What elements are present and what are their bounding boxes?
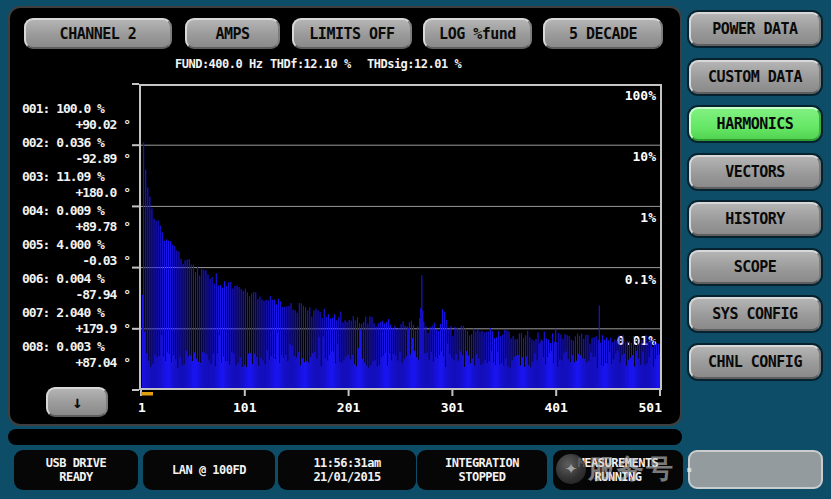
- y-axis-label: 100%: [625, 88, 656, 103]
- harmonic-bar: [142, 295, 143, 389]
- harmonic-bar: [273, 358, 274, 389]
- harmonic-bar: [144, 332, 145, 389]
- sidebar-item-scope[interactable]: SCOPE: [689, 250, 821, 284]
- harmonic-bar: [328, 314, 329, 389]
- harmonic-bar: [591, 338, 592, 389]
- harmonic-bar: [201, 269, 202, 389]
- harmonic-bar: [282, 307, 283, 389]
- harmonic-bar: [495, 365, 496, 389]
- harmonic-bar: [356, 366, 357, 389]
- harmonic-bar: [321, 366, 322, 389]
- sidebar-item-custom-data[interactable]: CUSTOM DATA: [689, 60, 821, 94]
- harmonic-bar: [297, 313, 298, 389]
- harmonic-bar: [283, 358, 284, 389]
- harmonic-bar: [577, 333, 578, 389]
- harmonic-bar: [622, 355, 623, 389]
- harmonic-row-005: 005: 4.000 %-0.03 °: [14, 236, 136, 269]
- harmonic-bar: [450, 326, 451, 389]
- harmonic-bar: [299, 303, 300, 389]
- harmonic-bar: [419, 318, 420, 389]
- harmonic-bar: [324, 309, 325, 389]
- harmonic-bar: [384, 324, 385, 389]
- harmonic-bar: [442, 309, 443, 389]
- harmonic-bar: [339, 361, 340, 389]
- harmonic-bar: [611, 363, 612, 389]
- harmonic-bar: [634, 367, 635, 390]
- harmonic-bar: [250, 353, 251, 389]
- units-button[interactable]: AMPS: [185, 18, 280, 49]
- harmonic-bar: [177, 368, 178, 389]
- limits-button[interactable]: LIMITS OFF: [292, 18, 412, 49]
- harmonic-bar: [390, 325, 391, 389]
- harmonic-bar: [536, 360, 537, 389]
- harmonics-readout-list: 001: 100.0 %+90.02 °002: 0.036 %-92.89 °…: [14, 100, 136, 372]
- harmonic-bar: [607, 363, 608, 389]
- harmonic-bar: [194, 352, 195, 389]
- harmonic-bar: [616, 341, 617, 389]
- harmonic-bar: [626, 366, 627, 389]
- harmonic-bar: [378, 323, 379, 389]
- decade-button[interactable]: 5 DECADE: [543, 18, 663, 49]
- harmonic-bar: [331, 352, 332, 389]
- channel-button[interactable]: CHANNEL 2: [24, 18, 172, 49]
- y-axis-label: 1%: [640, 210, 656, 225]
- bottom-right-blank-button[interactable]: [688, 450, 823, 489]
- harmonic-bar: [403, 321, 404, 389]
- harmonic-bar: [380, 322, 381, 389]
- harmonic-bar: [499, 364, 500, 389]
- scale-mode-button[interactable]: LOG %fund: [423, 18, 532, 49]
- harmonic-bar: [649, 357, 650, 389]
- harmonic-bar: [238, 363, 239, 389]
- harmonic-bar: [612, 342, 613, 389]
- scroll-down-button[interactable]: ↓: [46, 387, 108, 417]
- harmonic-bar: [522, 357, 523, 389]
- harmonic-bar: [405, 326, 406, 389]
- harmonic-bar: [249, 296, 250, 389]
- harmonic-bar: [411, 321, 412, 389]
- harmonic-bar: [422, 310, 423, 389]
- harmonic-bar: [590, 352, 591, 389]
- x-axis-label: 301: [441, 400, 465, 415]
- harmonic-bar: [551, 351, 552, 389]
- harmonic-bar: [582, 358, 583, 389]
- sidebar-item-history[interactable]: HISTORY: [689, 202, 821, 236]
- harmonic-phase: +89.78 °: [14, 219, 136, 235]
- harmonic-bar: [574, 362, 575, 389]
- harmonic-bar: [461, 326, 462, 389]
- harmonic-bar: [374, 323, 375, 389]
- harmonic-bar: [433, 362, 434, 389]
- harmonic-bar: [601, 365, 602, 389]
- harmonic-bar: [162, 232, 163, 389]
- harmonic-bar: [527, 331, 528, 389]
- harmonic-bar: [205, 270, 206, 389]
- harmonic-bar: [399, 352, 400, 389]
- harmonic-phase: +179.9 °: [14, 321, 136, 337]
- harmonic-bar: [311, 317, 312, 389]
- harmonic-bar: [618, 335, 619, 389]
- fundamental-frequency-readout: FUND:400.0 Hz: [175, 57, 262, 71]
- harmonic-bar: [513, 336, 514, 389]
- harmonic-bar: [160, 226, 161, 390]
- harmonic-bar: [189, 259, 190, 389]
- harmonic-bar: [381, 357, 382, 389]
- harmonic-bar: [338, 317, 339, 389]
- harmonic-bar: [412, 338, 413, 389]
- harmonic-bar: [545, 364, 546, 389]
- harmonic-magnitude: 007: 2.040 %: [14, 304, 136, 321]
- sidebar-item-chnl-config[interactable]: CHNL CONFIG: [689, 345, 821, 379]
- sidebar-item-vectors[interactable]: VECTORS: [689, 155, 821, 189]
- harmonic-bar: [512, 360, 513, 389]
- status-line: 21/01/2015: [313, 470, 380, 484]
- sidebar-item-harmonics[interactable]: HARMONICS: [689, 107, 821, 141]
- sidebar-item-power-data[interactable]: POWER DATA: [689, 12, 821, 46]
- harmonic-bar: [150, 367, 151, 389]
- harmonic-bar: [502, 334, 503, 389]
- harmonic-bar: [379, 365, 380, 389]
- harmonic-bar: [193, 264, 194, 389]
- harmonic-bar: [559, 359, 560, 389]
- harmonic-bar: [514, 357, 515, 389]
- harmonic-bar: [549, 352, 550, 389]
- harmonic-bar: [440, 324, 441, 389]
- harmonic-bar: [268, 300, 269, 389]
- sidebar-item-sys-config[interactable]: SYS CONFIG: [689, 297, 821, 331]
